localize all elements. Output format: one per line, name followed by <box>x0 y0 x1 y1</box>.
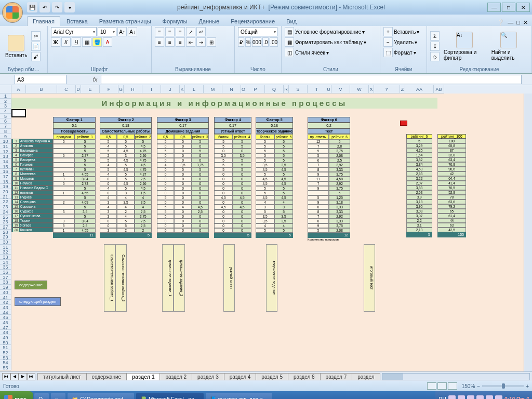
sort-filter[interactable]: A↓Сортировка и фильтр <box>442 31 487 62</box>
fx-icon[interactable]: fx <box>89 76 101 83</box>
office-button[interactable] <box>2 2 23 23</box>
sheet-tab[interactable]: раздел 3 <box>192 373 224 380</box>
number-format[interactable]: Общий <box>238 27 277 36</box>
align-top[interactable]: ≡ <box>155 27 164 36</box>
orientation[interactable]: ↗ <box>186 27 195 36</box>
formula-input[interactable] <box>101 75 522 84</box>
format-cells[interactable]: ⬚Формат ▾ <box>383 48 416 57</box>
tab-layout[interactable]: Разметка страницы <box>94 17 156 26</box>
format-table[interactable]: ▦Форматировать как таблицу ▾ <box>285 37 366 47</box>
sheet-tab[interactable]: содержание <box>86 373 127 380</box>
zoom-in[interactable]: + <box>526 383 529 389</box>
name-box[interactable]: A3 <box>15 75 66 84</box>
view-layout[interactable] <box>437 382 447 390</box>
taskbar-item[interactable]: O <box>34 393 49 399</box>
copy-button[interactable]: 📄 <box>31 42 41 51</box>
sheet-tab[interactable]: раздел 4 <box>224 373 257 380</box>
sheet-tab[interactable]: раздел 7 <box>320 373 353 380</box>
wrap-text[interactable]: ↵ <box>196 27 206 36</box>
zoom-slider[interactable] <box>482 385 524 387</box>
vscrollbar[interactable] <box>524 94 532 371</box>
bold-button[interactable]: Ж <box>51 37 60 47</box>
view-normal[interactable] <box>427 382 436 390</box>
tab-data[interactable]: Данные <box>193 17 224 26</box>
currency[interactable]: ₽ <box>238 37 244 47</box>
percent[interactable]: % <box>245 37 251 47</box>
clear[interactable]: ◇ <box>430 52 440 61</box>
tab-review[interactable]: Рецензирование <box>225 17 280 26</box>
tab-last[interactable]: ⏭ <box>27 373 35 380</box>
format-painter[interactable]: 🖌 <box>31 52 41 61</box>
sheet-tab[interactable]: раздел 6 <box>288 373 321 380</box>
tab-view[interactable]: Вид <box>281 17 302 26</box>
delete-cells[interactable]: −Удалить ▾ <box>383 37 417 47</box>
font-name[interactable]: Arial Cyr <box>51 27 97 36</box>
doc-max[interactable]: □ <box>516 19 520 26</box>
cut-button[interactable]: ✂ <box>31 31 41 41</box>
tab-insert[interactable]: Вставка <box>61 17 93 26</box>
align-center[interactable]: ≡ <box>165 37 175 47</box>
tab-first[interactable]: ⏮ <box>2 373 10 380</box>
dec-dec[interactable]: .00 <box>270 37 278 47</box>
column-headers[interactable]: ABCDEFGHIJKLMNOPQRSTUVWXYZAAAB <box>11 85 532 94</box>
sheet-tab[interactable]: титульный лист <box>37 373 87 380</box>
shrink-font[interactable]: A↓ <box>128 27 137 36</box>
maximize-button[interactable]: □ <box>502 3 515 12</box>
view-break[interactable] <box>448 382 457 390</box>
align-left[interactable]: ≡ <box>155 37 164 47</box>
doc-min[interactable]: — <box>508 19 513 26</box>
qat-redo[interactable]: ↷ <box>52 2 62 12</box>
italic-button[interactable]: К <box>61 37 71 47</box>
clock[interactable]: 0:10 Пт 4 <box>504 396 529 400</box>
align-bot[interactable]: ≡ <box>176 27 185 36</box>
tab-next[interactable]: ▶ <box>19 373 27 380</box>
close-button[interactable]: ✕ <box>516 3 530 12</box>
sheet-tab[interactable]: раздел 2 <box>159 373 192 380</box>
find-select[interactable]: 🔍Найти и выделить <box>489 31 528 62</box>
nav-content[interactable]: содержание <box>15 281 47 289</box>
hscrollbar[interactable] <box>382 373 530 380</box>
indent-dec[interactable]: ⇤ <box>186 37 195 47</box>
sheet-tab[interactable]: раздел 5 <box>256 373 288 380</box>
taskbar-item[interactable]: 📘рук.пользов. для д… <box>206 393 272 399</box>
tab-formulas[interactable]: Формулы <box>157 17 193 26</box>
comma[interactable]: 000 <box>252 37 261 47</box>
underline-button[interactable]: Ч <box>72 37 81 47</box>
inc-dec[interactable]: .0 <box>262 37 269 47</box>
qat-save[interactable]: 💾 <box>27 2 37 12</box>
help-icon[interactable]: ❔ <box>497 19 504 26</box>
indent-inc[interactable]: ⇥ <box>196 37 206 47</box>
doc-close[interactable]: ✕ <box>523 19 528 26</box>
fill[interactable]: ↧ <box>430 42 440 51</box>
lang-indicator[interactable]: RU <box>438 396 446 400</box>
autosum[interactable]: Σ <box>430 31 440 41</box>
taskbar-item[interactable]: » <box>51 393 65 399</box>
font-size[interactable]: 10 <box>98 27 116 36</box>
zoom-out[interactable]: − <box>477 383 480 389</box>
start-button[interactable]: пуск <box>0 391 33 399</box>
font-color[interactable]: A <box>103 37 112 47</box>
border-button[interactable]: ▦ <box>82 37 91 47</box>
qat-customize[interactable]: ▾ <box>64 2 75 12</box>
qat-undo[interactable]: ↶ <box>39 2 50 12</box>
align-mid[interactable]: ≡ <box>165 27 175 36</box>
tab-prev[interactable]: ◀ <box>10 373 19 380</box>
grow-font[interactable]: A↑ <box>117 27 127 36</box>
system-tray[interactable]: RU 0:10 Пт 4 <box>435 391 532 399</box>
sheet-tab[interactable]: раздел <box>352 373 380 380</box>
cell-styles[interactable]: ◫Стили ячеек ▾ <box>285 48 329 57</box>
insert-cells[interactable]: +Вставить ▾ <box>383 27 419 36</box>
worksheet[interactable]: Информация и информационные процессы 1 А… <box>11 94 532 371</box>
minimize-button[interactable]: — <box>487 3 501 12</box>
paste-button[interactable]: Вставить <box>3 34 29 59</box>
select-all[interactable] <box>0 85 11 94</box>
tab-home[interactable]: Главная <box>27 16 60 26</box>
cond-format[interactable]: ▤Условное форматирование ▾ <box>285 27 365 36</box>
sheet-tab[interactable]: раздел 1 <box>126 373 160 380</box>
align-right[interactable]: ≡ <box>176 37 185 47</box>
nav-next[interactable]: следующий раздел <box>15 297 61 306</box>
taskbar-item[interactable]: 📁C:\Documents and … <box>68 393 134 399</box>
merge-center[interactable]: ⊞ <box>207 37 216 47</box>
zoom-level[interactable]: 150% <box>462 383 475 389</box>
row-headers[interactable]: 1234567891011121314151617181920212223242… <box>0 94 11 370</box>
